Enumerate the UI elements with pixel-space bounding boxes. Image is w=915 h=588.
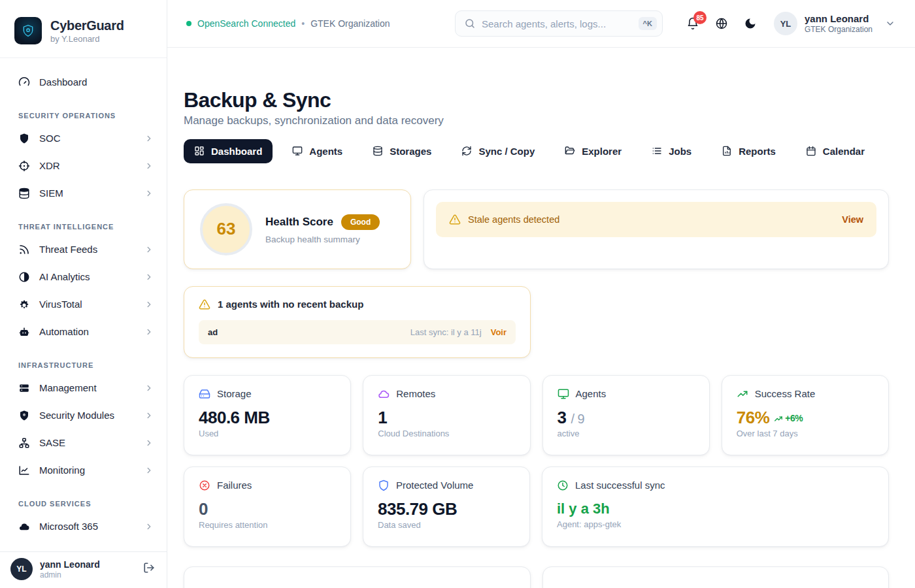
sidebar-item-management[interactable]: Management: [0, 374, 167, 402]
section-title-infrastructure: Infrastructure: [0, 361, 167, 369]
connection-status: OpenSearch Connected • GTEK Organization: [186, 18, 390, 29]
globe-icon: [715, 17, 728, 30]
sidebar-item-automation[interactable]: Automation: [0, 318, 167, 346]
stat-value: 0: [199, 500, 336, 519]
tab-label: Explorer: [582, 146, 622, 157]
view-link[interactable]: View: [842, 214, 863, 225]
sidebar-item-label: Automation: [39, 325, 89, 339]
alert-triangle-icon: [449, 214, 461, 225]
chevron-right-icon: [144, 189, 154, 198]
stale-agents-card: Stale agents detected View: [424, 189, 889, 269]
app-title: CyberGuard: [50, 18, 124, 33]
shield-logo-icon: [22, 24, 35, 37]
trending-up-icon: [737, 388, 748, 400]
stat-label: Success Rate: [755, 388, 816, 399]
sidebar-item-siem[interactable]: SIEM: [0, 180, 167, 207]
tab-reports[interactable]: Reports: [711, 139, 786, 163]
sidebar-item-dashboard[interactable]: Dashboard: [0, 69, 167, 96]
card-partial: [542, 566, 890, 588]
cloud-icon: [18, 521, 30, 532]
chevron-right-icon: [144, 272, 154, 282]
top-header: OpenSearch Connected • GTEK Organization…: [167, 0, 915, 48]
sidebar-item-label: XDR: [39, 159, 60, 173]
logout-button[interactable]: [143, 562, 155, 576]
x-circle-icon: [199, 480, 210, 491]
chevron-right-icon: [144, 522, 154, 531]
storage-card: Storage 480.6 MB Used: [184, 375, 351, 455]
dark-mode-toggle[interactable]: [744, 17, 757, 30]
app-subtitle: by Y.Leonard: [50, 34, 124, 44]
keyboard-shortcut-badge: ^K: [639, 17, 657, 30]
line-chart-icon: [18, 465, 30, 476]
tab-calendar[interactable]: Calendar: [795, 139, 875, 163]
gauge-icon: [18, 76, 30, 88]
stat-label: Agents: [576, 388, 607, 399]
tab-label: Calendar: [823, 146, 865, 157]
page-subtitle: Manage backups, synchronization and data…: [184, 114, 889, 127]
sidebar-item-security-modules[interactable]: Security Modules: [0, 402, 167, 429]
contrast-circle-icon: [18, 271, 30, 283]
stat-label: Last successful sync: [575, 480, 665, 491]
stat-value-suffix: / 9: [571, 412, 584, 426]
tab-explorer[interactable]: Explorer: [554, 139, 632, 163]
tab-jobs[interactable]: Jobs: [641, 139, 702, 163]
clock-icon: [557, 480, 569, 491]
sidebar-item-label: SOC: [39, 131, 61, 146]
sidebar-item-ai-analytics[interactable]: AI Analytics: [0, 263, 167, 291]
chevron-right-icon: [144, 466, 154, 475]
tab-label: Dashboard: [211, 146, 262, 157]
stat-sublabel: Used: [199, 429, 336, 438]
stat-value: 480.6 MB: [199, 408, 336, 427]
sidebar-item-virustotal[interactable]: VirusTotal: [0, 291, 167, 318]
stat-sublabel: active: [557, 429, 695, 438]
tab-storages[interactable]: Storages: [362, 139, 442, 163]
notification-count-badge: 85: [693, 11, 707, 24]
opensearch-status: OpenSearch Connected: [197, 18, 295, 29]
tab-agents[interactable]: Agents: [282, 139, 353, 163]
layout-grid-icon: [194, 146, 205, 156]
folder-open-icon: [565, 146, 575, 156]
stat-label: Protected Volume: [396, 480, 473, 491]
trending-up-icon: [774, 414, 783, 423]
sidebar-item-monitoring[interactable]: Monitoring: [0, 457, 167, 484]
tab-label: Reports: [739, 146, 776, 157]
sidebar-item-sase[interactable]: SASE: [0, 429, 167, 457]
list-icon: [652, 146, 662, 156]
health-score-subtitle: Backup health summary: [265, 235, 380, 244]
chevron-right-icon: [144, 384, 154, 393]
sidebar-item-label: SASE: [39, 436, 65, 450]
sidebar-item-xdr[interactable]: XDR: [0, 152, 167, 180]
stat-value: 1: [378, 408, 515, 427]
org-label: GTEK Organization: [310, 18, 390, 29]
tab-bar: Dashboard Agents Storages Sync / Copy Ex…: [184, 139, 889, 163]
section-title-security-operations: Security Operations: [0, 112, 167, 120]
chevron-right-icon: [144, 245, 154, 254]
tab-dashboard[interactable]: Dashboard: [184, 139, 273, 163]
global-search[interactable]: ^K: [455, 10, 663, 37]
stat-value: 76%: [737, 408, 770, 427]
user-menu[interactable]: YL yann Leonard GTEK Organization: [774, 12, 895, 35]
sidebar-item-threat-feeds[interactable]: Threat Feeds: [0, 236, 167, 263]
sidebar-item-microsoft-365[interactable]: Microsoft 365: [0, 513, 167, 540]
hard-drive-icon: [199, 388, 210, 400]
health-score-card: 63 Health Score Good Backup health summa…: [184, 189, 411, 269]
alert-triangle-icon: [199, 299, 210, 310]
sidebar-item-label: Threat Feeds: [39, 242, 97, 257]
section-title-threat-intelligence: Threat Intelligence: [0, 223, 167, 231]
remotes-card: Remotes 1 Cloud Destinations: [363, 375, 530, 455]
search-input[interactable]: [482, 18, 633, 29]
header-user-name: yann Leonard: [805, 13, 873, 25]
stat-sublabel: Data saved: [378, 520, 515, 530]
stat-label: Storage: [217, 388, 252, 399]
stat-sublabel: Cloud Destinations: [378, 429, 515, 438]
tab-label: Storages: [390, 146, 431, 157]
cloud-icon: [378, 388, 390, 400]
sidebar: CyberGuard by Y.Leonard Dashboard Securi…: [0, 0, 167, 588]
voir-link[interactable]: Voir: [491, 327, 507, 337]
main-area: OpenSearch Connected • GTEK Organization…: [167, 0, 915, 588]
language-button[interactable]: [715, 17, 728, 30]
tab-sync-copy[interactable]: Sync / Copy: [451, 139, 545, 163]
sidebar-item-label: Dashboard: [39, 75, 87, 90]
sidebar-item-soc[interactable]: SOC: [0, 125, 167, 152]
notifications-button[interactable]: 85: [686, 17, 699, 30]
